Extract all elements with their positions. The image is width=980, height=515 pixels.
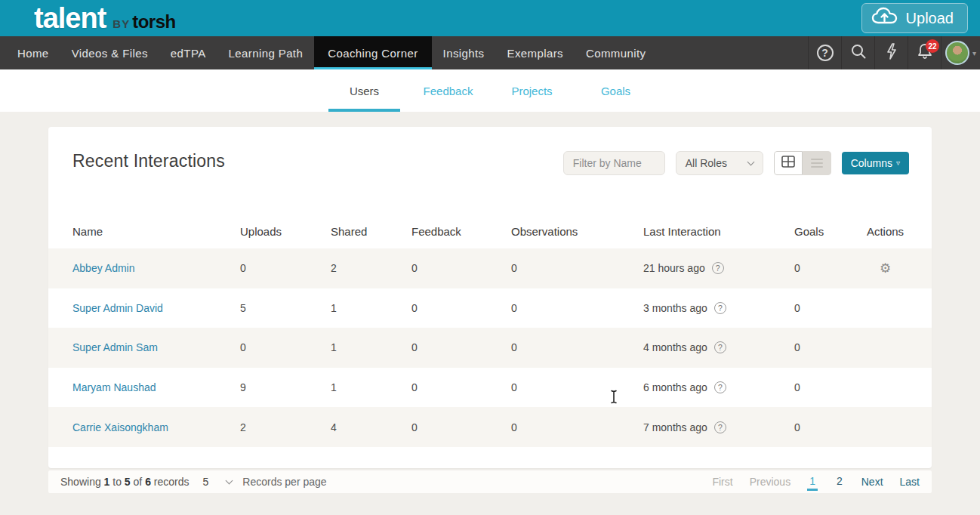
pagination-previous[interactable]: Previous <box>750 476 790 488</box>
notifications-button[interactable]: 22 <box>908 36 941 69</box>
question-circle-icon[interactable]: ? <box>714 421 726 433</box>
column-header-actions: Actions <box>863 225 908 238</box>
grid-view-button[interactable] <box>774 151 803 175</box>
pagination-last[interactable]: Last <box>900 476 920 488</box>
last-interaction-text: 7 months ago <box>643 421 707 433</box>
list-view-button[interactable] <box>803 151 831 175</box>
upload-button[interactable]: Upload <box>861 3 968 33</box>
chevron-down-icon[interactable] <box>226 476 233 484</box>
nav-item-coaching-corner[interactable]: Coaching Corner <box>314 36 431 69</box>
table-row: Super Admin Sam01004 months ago?0 <box>48 328 932 368</box>
last-interaction-text: 6 months ago <box>643 381 707 393</box>
cell-last-interaction: 21 hours ago? <box>643 262 794 274</box>
cell-goals: 0 <box>794 421 863 433</box>
cell-observations: 0 <box>511 262 643 274</box>
user-name-link[interactable]: Maryam Naushad <box>72 381 156 393</box>
question-circle-icon[interactable]: ? <box>712 262 724 274</box>
cell-last-interaction: 4 months ago? <box>643 341 794 353</box>
cell-observations: 0 <box>511 381 643 393</box>
records-summary: Showing 1 to 5 of 6 records 5 Records pe… <box>60 476 327 488</box>
last-interaction-text: 3 months ago <box>643 302 707 314</box>
activity-button[interactable] <box>874 36 908 69</box>
nav-item-videos-files[interactable]: Videos & Files <box>60 36 159 69</box>
question-circle-icon[interactable]: ? <box>714 381 726 393</box>
user-name-link[interactable]: Super Admin Sam <box>72 341 158 353</box>
upload-button-label: Upload <box>906 10 954 27</box>
showing-from: 1 <box>104 476 110 488</box>
last-interaction-text: 4 months ago <box>643 341 707 353</box>
main-nav: HomeVideos & FilesedTPALearning PathCoac… <box>0 36 980 69</box>
column-header-shared: Shared <box>331 225 411 238</box>
cell-actions: ⚙ <box>863 262 908 275</box>
nav-item-insights[interactable]: Insights <box>432 36 496 69</box>
nav-item-edtpa[interactable]: edTPA <box>159 36 217 69</box>
pagination-page-1[interactable]: 1 <box>807 473 818 491</box>
question-circle-icon[interactable]: ? <box>714 341 726 353</box>
coaching-corner-subnav: UsersFeedbackProjectsGoals <box>0 69 980 112</box>
chevron-down-icon: ▿ <box>896 159 900 167</box>
cell-observations: 0 <box>511 341 643 353</box>
cell-name: Super Admin Sam <box>72 341 240 353</box>
cell-feedback: 0 <box>411 302 511 314</box>
question-circle-icon[interactable]: ? <box>714 302 726 314</box>
tab-projects[interactable]: Projects <box>496 69 568 112</box>
cell-uploads: 9 <box>240 381 331 393</box>
columns-button-label: Columns <box>851 157 892 169</box>
pagination-page-2[interactable]: 2 <box>834 473 845 491</box>
cell-last-interaction: 3 months ago? <box>643 302 794 314</box>
column-header-observations: Observations <box>511 225 643 238</box>
cell-uploads: 2 <box>240 421 331 433</box>
search-icon <box>850 43 867 63</box>
help-icon: ? <box>817 45 834 61</box>
table-row: Maryam Naushad91006 months ago?0 <box>48 368 932 408</box>
columns-button[interactable]: Columns ▿ <box>842 152 909 174</box>
table-row: Super Admin David51003 months ago?0 <box>48 288 932 328</box>
nav-item-community[interactable]: Community <box>575 36 657 69</box>
column-header-feedback: Feedback <box>411 225 511 238</box>
user-name-link[interactable]: Super Admin David <box>72 302 163 314</box>
app-header: talent BY torsh Upload <box>0 0 980 36</box>
pagination-first[interactable]: First <box>712 476 732 488</box>
chevron-down-icon: ▾ <box>972 49 976 57</box>
cell-shared: 1 <box>331 302 411 314</box>
cell-name: Super Admin David <box>72 302 240 314</box>
roles-filter-select[interactable]: All Roles <box>676 151 763 175</box>
user-name-link[interactable]: Abbey Admin <box>72 262 135 274</box>
last-interaction-text: 21 hours ago <box>643 262 705 274</box>
pagination-next[interactable]: Next <box>861 476 883 488</box>
user-name-link[interactable]: Carrie Xaisongkham <box>72 421 168 433</box>
profile-menu-button[interactable]: ▾ <box>941 36 980 69</box>
cell-goals: 0 <box>794 262 863 274</box>
cell-feedback: 0 <box>411 421 511 433</box>
cell-goals: 0 <box>794 302 863 314</box>
tab-goals[interactable]: Goals <box>580 69 652 112</box>
search-button[interactable] <box>841 36 874 69</box>
table-row: Carrie Xaisongkham24007 months ago?0 <box>48 407 932 447</box>
grid-view-icon <box>781 156 795 171</box>
cell-name: Maryam Naushad <box>72 381 240 393</box>
table-body: Abbey Admin020021 hours ago?0⚙Super Admi… <box>48 248 932 447</box>
text-cursor <box>609 390 618 404</box>
logo-by-text: BY <box>112 17 130 30</box>
nav-item-learning-path[interactable]: Learning Path <box>217 36 315 69</box>
table-footer: Showing 1 to 5 of 6 records 5 Records pe… <box>48 470 932 493</box>
showing-text: Showing 1 to 5 of 6 records <box>60 476 190 488</box>
cell-goals: 0 <box>794 341 863 353</box>
cell-feedback: 0 <box>411 262 511 274</box>
user-avatar <box>945 41 969 65</box>
list-view-icon <box>811 159 823 168</box>
settings-gear-icon[interactable]: ⚙ <box>880 262 891 275</box>
records-per-page-value[interactable]: 5 <box>203 476 209 488</box>
tab-users[interactable]: Users <box>328 69 400 112</box>
filter-by-name-input[interactable] <box>563 151 665 175</box>
showing-total: 6 <box>145 476 151 488</box>
cell-last-interaction: 7 months ago? <box>643 421 794 433</box>
nav-item-exemplars[interactable]: Exemplars <box>496 36 575 69</box>
records-per-page-label: Records per page <box>242 476 326 488</box>
showing-to: 5 <box>125 476 131 488</box>
tab-feedback[interactable]: Feedback <box>412 69 484 112</box>
cell-shared: 4 <box>331 421 411 433</box>
help-button[interactable]: ? <box>808 36 841 69</box>
nav-item-home[interactable]: Home <box>6 36 60 69</box>
cell-observations: 0 <box>511 302 643 314</box>
